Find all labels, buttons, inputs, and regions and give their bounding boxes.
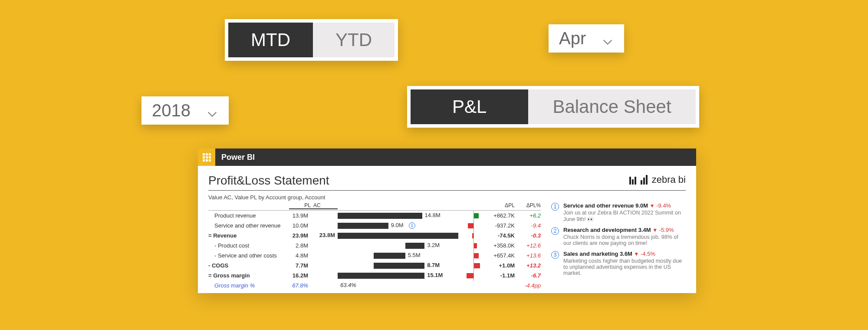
delta-bar-cell [458,212,489,219]
brand-logo: zebra bi [629,174,686,185]
cell-pl: 2.8M [289,242,311,249]
table-row[interactable]: = Revenue23.9M23.8M-74.5K-0.3 [208,231,541,241]
comment-heading: Service and other revenue 9.0M ▼ -9.4% [563,202,686,209]
comment-item[interactable]: 1Service and other revenue 9.0M ▼ -9.4%J… [551,202,686,222]
cell-delta-pl-pct: -4.4pp [515,282,541,289]
triangle-down-icon: ▼ [650,203,655,209]
cell-ac: 23.8M [319,232,335,238]
cell-delta-pl: +657.4K [489,252,515,259]
triangle-down-icon: ▼ [652,227,658,233]
row-label: = Gross margin [208,272,289,279]
row-label: - COGS [208,262,289,269]
cell-delta-pl: -1.1M [489,272,515,279]
year-value: 2018 [152,101,191,120]
col-delta-pl-pct: ΔPL% [515,202,541,209]
bar-cell: 9.0M1 [338,222,458,229]
comment-number-icon: 3 [551,251,559,259]
comment-body: Chuck Norris is doing a tremendous job. … [563,234,686,246]
comment-item[interactable]: 2Research and development 3.4M ▼ -5.9%Ch… [551,227,686,246]
cell-delta-pl-pct: +12.6 [515,242,541,249]
cell-pl: 4.8M [289,252,311,259]
delta-bar-cell [458,232,489,239]
comment-body: Join us at our Zebra BI ACTION 2022 Summ… [563,210,686,222]
period-toggle: MTD YTD [225,19,398,61]
pl-button[interactable]: P&L [411,89,528,124]
row-label: Gross margin % [208,282,289,289]
app-launcher-icon[interactable] [198,148,215,166]
col-pl: PL [289,202,311,209]
cell-pl: 16.2M [289,272,311,279]
table-row[interactable]: Product revenue13.9M14.8M+862.7K+6.2 [208,211,541,221]
row-label: - Service and other costs [208,252,289,259]
col-ac: AC [311,202,338,209]
month-value: Apr [559,29,586,48]
brand-mark-icon [629,175,648,185]
chevron-down-icon [206,105,218,117]
comment-number-icon: 1 [551,203,559,211]
comment-heading: Sales and marketing 3.6M ▼ -4.5% [563,251,686,257]
bar-cell: 3.2M [338,242,458,249]
report-titlebar: Power BI [198,148,696,166]
cell-ac: 9.0M [391,222,404,228]
delta-bar-cell [458,252,489,259]
cell-ac: 8.7M [427,262,440,268]
table-row[interactable]: Service and other revenue10.0M9.0M1-937.… [208,221,541,231]
ytd-button[interactable]: YTD [313,23,395,57]
comment-body: Marketing costs higher than budgeted mos… [563,258,686,276]
cell-ac: 3.2M [427,242,440,248]
cell-pl: 7.7M [289,262,311,269]
table-row[interactable]: Gross margin %67.8%63.4%-4.4pp [208,280,541,290]
statement-toggle: P&L Balance Sheet [407,86,699,128]
row-label: - Product cost [208,242,289,249]
cell-delta-pl: +1.0M [489,262,515,269]
month-dropdown[interactable]: Apr [549,24,624,53]
pl-matrix: PL AC ΔPL ΔPL% Product revenue13.9M14.8M… [208,202,541,290]
year-dropdown[interactable]: 2018 [141,96,229,125]
cell-delta-pl: -937.2K [489,222,515,229]
bar-cell: 15.1M [338,272,458,279]
delta-bar-cell [458,242,489,249]
table-row[interactable]: - Product cost2.8M3.2M+358.0K+12.6 [208,241,541,251]
app-name: Power BI [215,153,255,162]
bar-cell: 23.8M [338,232,458,239]
cell-pl: 10.0M [289,222,311,229]
page-title: Profit&Loss Statement [208,174,329,188]
balance-sheet-button[interactable]: Balance Sheet [528,89,695,124]
row-label: Product revenue [208,212,289,219]
cell-ac: 15.1M [427,272,443,278]
cell-pl: 23.9M [289,232,311,239]
cell-pl: 67.8% [289,282,311,289]
cell-delta-pl: +862.7K [489,212,515,219]
table-row[interactable]: = Gross margin16.2M15.1M-1.1M-6.7 [208,271,541,280]
cell-delta-pl-pct: -9.4 [515,222,541,229]
footnote-badge[interactable]: 1 [409,222,415,229]
mtd-button[interactable]: MTD [228,23,313,57]
column-headers: PL AC ΔPL ΔPL% [208,202,541,211]
comment-item[interactable]: 3Sales and marketing 3.6M ▼ -4.5%Marketi… [551,251,686,276]
report-card: Power BI Profit&Loss Statement zebra bi … [198,148,696,293]
matrix-subtitle: Value AC, Value PL by Account group, Acc… [208,194,686,201]
cell-delta-pl-pct: -6.7 [515,272,541,279]
triangle-down-icon: ▼ [634,251,639,257]
cell-pl: 13.9M [289,212,311,219]
row-label: = Revenue [208,232,289,239]
brand-text: zebra bi [652,174,686,185]
cell-delta-pl-pct: -0.3 [515,232,541,239]
row-label: Service and other revenue [208,222,289,229]
delta-bar-cell [458,262,489,269]
cell-delta-pl: -74.5K [489,232,515,239]
cell-ac: 14.8M [425,212,441,218]
cell-delta-pl-pct: +6.2 [515,212,541,219]
comment-panel: 1Service and other revenue 9.0M ▼ -9.4%J… [551,202,686,290]
cell-delta-pl-pct: +13.2 [515,262,541,269]
comment-heading: Research and development 3.4M ▼ -5.9% [563,227,686,233]
delta-bar-cell [458,282,489,289]
table-row[interactable]: - COGS7.7M8.7M+1.0M+13.2 [208,261,541,271]
bar-cell: 63.4% [338,282,458,289]
comment-number-icon: 2 [551,227,559,235]
table-row[interactable]: - Service and other costs4.8M5.5M+657.4K… [208,251,541,261]
delta-bar-cell [458,222,489,229]
col-delta-pl: ΔPL [489,202,515,209]
bar-cell: 8.7M [338,262,458,269]
chevron-down-icon [602,33,614,45]
